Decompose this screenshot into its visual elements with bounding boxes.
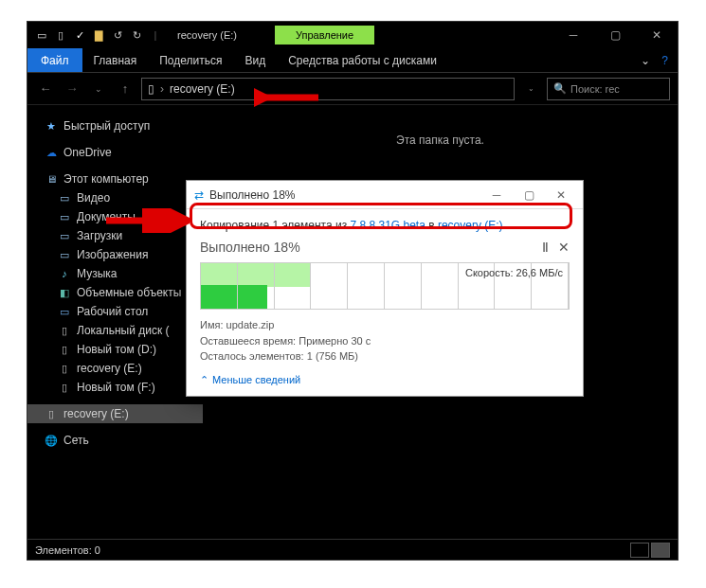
maximize-button[interactable]: ▢ [594,22,636,48]
expand-ribbon-icon[interactable]: ⌄ [641,54,650,67]
progress-label: Выполнено 18% [200,240,300,255]
qat-undo-icon[interactable]: ↺ [109,27,126,44]
qat-pin-icon[interactable]: ▯ [52,27,69,44]
copy-icon: ⇄ [194,188,204,202]
sidebar-item-recovery-selected[interactable]: ▯recovery (E:) [27,404,203,423]
back-button[interactable]: ← [35,79,56,99]
drive-icon: ▯ [58,362,71,375]
window-title: recovery (E:) [170,29,237,41]
breadcrumb-path[interactable]: recovery (E:) [170,82,235,96]
help-icon[interactable]: ? [661,54,668,67]
sidebar-onedrive[interactable]: ☁OneDrive [27,143,203,162]
dialog-close-button[interactable]: ✕ [547,188,575,202]
qat-redo-icon[interactable]: ↻ [128,27,145,44]
chevron-up-icon: ⌃ [200,374,208,386]
navigation-pane: ★Быстрый доступ ☁OneDrive 🖥Этот компьюте… [27,105,203,539]
tab-drive-tools[interactable]: Средства работы с дисками [277,48,448,72]
address-bar-row: ← → ⌄ ↑ ▯ › recovery (E:) ⌄ 🔍 Поиск: rec [27,73,678,105]
time-remaining: Примерно 30 с [299,335,371,347]
sidebar-item-3d[interactable]: ◧Объемные объекты [27,283,203,302]
sidebar-quick-access[interactable]: ★Быстрый доступ [27,116,203,135]
view-details-button[interactable] [630,543,649,558]
recent-dropdown[interactable]: ⌄ [88,79,109,99]
qat-check-icon[interactable]: ✓ [71,27,88,44]
ribbon-tabs: Файл Главная Поделиться Вид Средства раб… [27,48,678,73]
copy-progress-dialog: ⇄ Выполнено 18% ─ ▢ ✕ Копирование 1 элем… [186,180,584,397]
app-icon: ▭ [33,27,50,44]
title-bar: ▭ ▯ ✓ ▇ ↺ ↻ | recovery (E:) Управление ─… [27,22,678,48]
video-icon: ▭ [58,191,71,205]
sidebar-item-local-c[interactable]: ▯Локальный диск ( [27,321,203,340]
pause-button[interactable]: Ⅱ [542,240,549,255]
tab-home[interactable]: Главная [82,48,149,72]
sidebar-item-desktop[interactable]: ▭Рабочий стол [27,302,203,321]
copy-dest-link[interactable]: recovery (E:) [438,219,503,232]
search-box[interactable]: 🔍 Поиск: rec [547,78,670,100]
dialog-minimize-button[interactable]: ─ [482,188,511,202]
sidebar-item-downloads[interactable]: ▭Загрузки [27,226,203,245]
search-icon: 🔍 [553,82,567,95]
pc-icon: 🖥 [45,172,58,186]
copy-details: Имя: update.zip Оставшееся время: Пример… [200,317,570,365]
dialog-maximize-button[interactable]: ▢ [515,188,543,202]
dialog-title-bar[interactable]: ⇄ Выполнено 18% ─ ▢ ✕ [187,181,583,209]
sidebar-item-recovery-e[interactable]: ▯recovery (E:) [27,359,203,378]
sidebar-network[interactable]: 🌐Сеть [27,431,203,450]
music-icon: ♪ [58,267,71,280]
cancel-button[interactable]: ✕ [558,240,570,255]
copy-description: Копирование 1 элемента из 7.8.8.31G beta… [200,219,570,232]
up-button[interactable]: ↑ [115,79,136,99]
progress-bar: Скорость: 26,6 МБ/с [200,262,570,310]
sidebar-this-pc[interactable]: 🖥Этот компьютер [27,169,203,188]
items-remaining: 1 (756 МБ) [307,350,358,362]
drive-icon: ▯ [58,381,71,394]
drive-icon: ▯ [58,343,71,356]
qat-sep: | [147,27,164,44]
cloud-icon: ☁ [45,146,58,159]
sidebar-item-pictures[interactable]: ▭Изображения [27,245,203,264]
download-icon: ▭ [58,229,71,242]
document-icon: ▭ [58,210,71,223]
speed-label: Скорость: 26,6 МБ/с [465,267,563,278]
status-bar: Элементов: 0 [27,539,678,560]
sidebar-item-videos[interactable]: ▭Видео [27,188,203,207]
minimize-button[interactable]: ─ [552,22,594,48]
tab-share[interactable]: Поделиться [148,48,233,72]
ribbon-context-tab[interactable]: Управление [275,26,374,45]
close-button[interactable]: ✕ [636,22,678,48]
sidebar-item-vol-d[interactable]: ▯Новый том (D:) [27,340,203,359]
refresh-button[interactable]: ⌄ [520,79,541,99]
status-item-count: Элементов: 0 [35,544,100,556]
drive-icon: ▯ [45,407,58,420]
dialog-title: Выполнено 18% [209,188,296,202]
fewer-details-link[interactable]: ⌃ Меньше сведений [200,374,570,386]
qat-folder-icon[interactable]: ▇ [90,27,107,44]
forward-button[interactable]: → [62,79,82,99]
network-icon: 🌐 [45,434,58,447]
picture-icon: ▭ [58,248,71,261]
sidebar-item-music[interactable]: ♪Музыка [27,264,203,283]
tab-view[interactable]: Вид [233,48,277,72]
sidebar-item-documents[interactable]: ▭Документы [27,207,203,226]
cube-icon: ◧ [58,286,71,299]
star-icon: ★ [45,119,58,133]
file-name: update.zip [226,319,275,330]
copy-source-link[interactable]: 7.8.8.31G beta [350,219,425,232]
desktop-icon: ▭ [58,305,71,318]
empty-folder-text: Эта папка пуста. [203,105,678,147]
drive-icon: ▯ [58,324,71,337]
view-icons-button[interactable] [651,543,670,558]
sidebar-item-vol-f[interactable]: ▯Новый том (F:) [27,378,203,397]
breadcrumb-sep: › [160,82,164,96]
file-tab[interactable]: Файл [27,48,82,72]
search-placeholder: Поиск: rec [570,83,620,95]
address-bar[interactable]: ▯ › recovery (E:) [141,78,515,100]
drive-icon: ▯ [148,82,154,96]
